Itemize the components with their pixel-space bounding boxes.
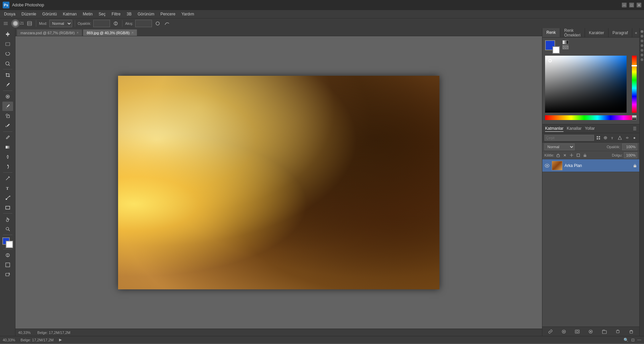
layers-mode-select[interactable]: Normal Multiply Screen — [544, 144, 575, 150]
eyedropper-tool[interactable] — [2, 80, 13, 90]
hue-bar[interactable] — [632, 56, 637, 113]
menu-dosya[interactable]: Dosya — [1, 11, 18, 17]
nav-arrow[interactable]: ▶ — [59, 338, 62, 342]
lock-position-btn[interactable] — [569, 153, 574, 158]
sidebar-icon-5[interactable] — [641, 49, 643, 52]
hand-tool[interactable] — [2, 215, 13, 224]
delete-layer-btn[interactable] — [628, 328, 635, 335]
menu-pencere[interactable]: Pencere — [158, 11, 178, 17]
rectangular-marquee-tool[interactable] — [2, 39, 13, 49]
brush-settings-btn[interactable] — [26, 20, 33, 27]
layers-tab-kanallar[interactable]: Kanallar — [567, 125, 582, 132]
zoom-tool[interactable] — [2, 224, 13, 234]
sidebar-icon-3[interactable] — [641, 40, 643, 42]
menu-katman[interactable]: Katman — [60, 11, 79, 17]
lock-image-btn[interactable] — [562, 153, 568, 158]
menu-goruntu[interactable]: Görüntü — [40, 11, 59, 17]
panel-tab-paragraf[interactable]: Paragraf — [608, 28, 632, 37]
layer-filter-type-btn[interactable] — [595, 134, 601, 141]
sidebar-icon-6[interactable] — [641, 54, 643, 56]
new-fill-layer-btn[interactable] — [587, 328, 594, 335]
layer-filter-text-btn[interactable]: T — [610, 134, 616, 141]
layers-opacity-input[interactable] — [622, 144, 637, 150]
layers-tab-yollar[interactable]: Yollar — [585, 125, 595, 132]
pattern-icon[interactable] — [562, 45, 569, 49]
sidebar-icon-7[interactable] — [641, 58, 643, 61]
tool-options-btn[interactable] — [2, 20, 9, 27]
menu-yardim[interactable]: Yardım — [179, 11, 197, 17]
sidebar-icon-2[interactable] — [641, 35, 643, 38]
lock-artboard-btn[interactable] — [576, 153, 581, 158]
quick-selection-tool[interactable] — [2, 59, 13, 68]
rotate-screen-btn[interactable] — [2, 270, 13, 279]
layer-filter-active-btn[interactable]: ● — [632, 134, 638, 141]
opacity-toggle-btn[interactable] — [112, 20, 119, 27]
path-selection-tool[interactable] — [2, 193, 13, 203]
menu-3b[interactable]: 3B — [124, 11, 134, 17]
blur-tool[interactable] — [2, 152, 13, 162]
layer-filter-adjust-btn[interactable] — [603, 134, 609, 141]
panel-tab-karakter[interactable]: Karakter — [585, 28, 608, 37]
mode-select[interactable]: Normal Multiply Screen — [49, 20, 72, 27]
layer-item-arka-plan[interactable]: Arka Plan — [542, 159, 639, 172]
layer-visibility-toggle[interactable] — [544, 163, 550, 168]
menu-metin[interactable]: Metin — [80, 11, 95, 17]
brush-tool[interactable] — [2, 102, 13, 111]
spot-healing-brush[interactable] — [2, 92, 13, 101]
tab-869[interactable]: 869.jpg @ 40,3% (RGB/8) × — [83, 29, 137, 36]
type-tool[interactable]: T — [2, 183, 13, 193]
tab-manzara-close[interactable]: × — [77, 31, 79, 35]
rectangle-tool[interactable] — [2, 203, 13, 212]
panel-collapse-btn[interactable]: « — [632, 31, 640, 35]
move-tool[interactable] — [2, 30, 13, 39]
flow-toggle-btn[interactable] — [154, 20, 161, 27]
eraser-tool[interactable] — [2, 133, 13, 142]
crop-tool[interactable] — [2, 70, 13, 80]
fill-input[interactable] — [624, 152, 637, 158]
pen-tool[interactable] — [2, 174, 13, 183]
tab-869-close[interactable]: × — [131, 31, 133, 35]
layers-search-input[interactable] — [544, 135, 594, 141]
layers-tab-katmanlar[interactable]: Katmanlar — [545, 125, 564, 132]
new-layer-btn[interactable] — [614, 328, 622, 335]
panel-tab-renk-ornekleri[interactable]: Renk Örnekleri — [560, 28, 585, 37]
gradient-tool[interactable] — [2, 142, 13, 152]
lasso-tool[interactable] — [2, 49, 13, 58]
flow-input[interactable]: 100% — [135, 20, 152, 27]
sidebar-icon-4[interactable] — [641, 44, 643, 47]
menu-goruntu2[interactable]: Görünüm — [135, 11, 157, 17]
menu-sec[interactable]: Seç — [96, 11, 108, 17]
maximize-button[interactable]: □ — [629, 3, 634, 7]
dodge-tool[interactable] — [2, 162, 13, 171]
bg-color-swatch[interactable] — [552, 46, 560, 54]
screen-mode-btn[interactable] — [2, 260, 13, 270]
panel-tab-renk[interactable]: Renk — [542, 28, 560, 37]
smoothing-btn[interactable] — [163, 20, 171, 27]
opacity-input[interactable]: 100% — [93, 20, 110, 27]
add-mask-btn[interactable] — [574, 328, 581, 335]
close-button[interactable]: ✕ — [637, 3, 641, 7]
link-layers-btn[interactable] — [547, 328, 554, 335]
history-brush-tool[interactable] — [2, 121, 13, 130]
add-style-btn[interactable] — [560, 328, 568, 335]
menu-duzenle[interactable]: Düzenle — [19, 11, 39, 17]
color-picker-area[interactable] — [545, 56, 627, 113]
clone-stamp-tool[interactable] — [2, 111, 13, 121]
menu-filtre[interactable]: Filtre — [109, 11, 123, 17]
bottom-search-btn[interactable]: 🔍 — [624, 338, 629, 342]
color-spectrum-strip[interactable] — [545, 115, 637, 120]
background-color[interactable] — [6, 241, 13, 248]
brush-preview[interactable] — [11, 19, 19, 27]
lock-all-btn[interactable] — [582, 153, 588, 158]
bottom-more-btn[interactable]: ⋯ — [637, 338, 641, 342]
lock-transparent-btn[interactable] — [555, 153, 561, 158]
layers-panel-menu[interactable]: ☰ — [633, 126, 637, 131]
bottom-arrange-btn[interactable]: ⊡ — [631, 338, 635, 342]
minimize-button[interactable]: ─ — [622, 3, 627, 7]
sidebar-icon-1[interactable] — [641, 30, 643, 33]
tab-manzara[interactable]: manzara.psd @ 67,7% (RGB/8#) × — [17, 29, 82, 36]
layer-filter-smart-btn[interactable] — [624, 134, 630, 141]
layer-filter-shape-btn[interactable] — [617, 134, 623, 141]
gradient-icon[interactable] — [562, 40, 569, 44]
new-group-btn[interactable] — [601, 328, 608, 335]
